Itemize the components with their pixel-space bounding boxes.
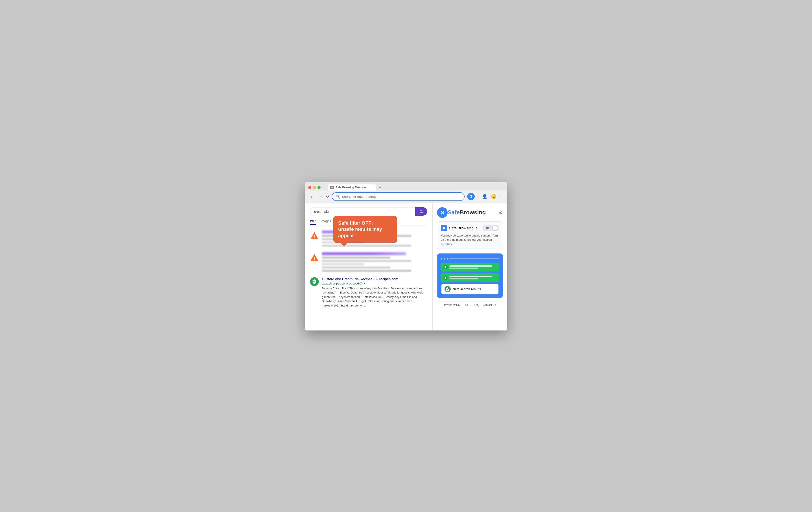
main-content: Web Images Video News More ▾ Anytime ▾ !: [305, 203, 507, 330]
search-panel: Web Images Video News More ▾ Anytime ▾ !: [305, 203, 432, 330]
footer-eula[interactable]: EULA: [463, 303, 470, 306]
user-icon[interactable]: 👤: [482, 194, 488, 199]
svg-text:!: !: [314, 256, 315, 261]
minimize-traffic-light[interactable]: [313, 186, 316, 189]
title-bar: ⊞ Safe Browsing Extension × +: [305, 182, 507, 190]
safe-browsing-toggle[interactable]: OFF: [483, 225, 499, 231]
sb-safe-results-shield-icon: [444, 286, 451, 292]
result-item-2: !: [310, 252, 427, 272]
result-link-3[interactable]: Custard and Cream Pie Recipes - Allrecip…: [322, 277, 398, 281]
search-input[interactable]: [310, 207, 415, 216]
sb-description: You may be exported to unsafe content. T…: [441, 234, 499, 246]
sb-toggle-label: Safe Browsing is: [441, 225, 477, 231]
sb-result-lines-1: [450, 265, 497, 269]
active-tab[interactable]: ⊞ Safe Browsing Extension ×: [328, 184, 376, 190]
sb-illustration: Safe search results: [437, 253, 503, 298]
toggle-label-text: Safe Browsing is: [449, 226, 477, 230]
sb-result-row-2: [441, 273, 499, 282]
settings-gear-icon[interactable]: ⚙: [498, 210, 503, 215]
svg-line-1: [422, 212, 423, 213]
sb-logo-text: SafeBrowsing: [447, 209, 486, 216]
profile-button[interactable]: S: [467, 193, 475, 200]
result-item-3: Custard and Cream Pie Recipes - Allrecip…: [310, 277, 427, 308]
toolbar-divider: [478, 194, 478, 199]
safe-browsing-panel: S SafeBrowsing ⚙ Safe: [432, 203, 507, 330]
blurred-title-2: [322, 252, 406, 255]
forward-button[interactable]: ›: [317, 194, 323, 199]
warning-icon-1: !: [310, 231, 319, 241]
svg-text:!: !: [314, 235, 315, 239]
sb-header: S SafeBrowsing ⚙: [437, 207, 503, 218]
tab-bar: ⊞ Safe Browsing Extension × +: [328, 184, 383, 190]
sb-result-row-1: [441, 263, 499, 272]
shield-icon: [441, 225, 447, 231]
smiley-icon[interactable]: 🙂: [491, 194, 496, 199]
sb-safe-results-card: Safe search results: [441, 284, 498, 294]
new-tab-button[interactable]: +: [377, 185, 383, 190]
warning-icon-2: !: [310, 253, 319, 263]
back-button[interactable]: ‹: [308, 194, 314, 199]
sb-logo-icon: S: [437, 207, 447, 218]
sb-toggle-row: Safe Browsing is OFF: [441, 225, 499, 231]
search-box-row: [310, 207, 427, 216]
sb-result-lines-2: [450, 276, 497, 279]
toggle-knob: [493, 226, 497, 230]
footer-private-policy[interactable]: Private Policy: [444, 303, 460, 306]
result-content-2: [322, 252, 427, 272]
tab-close-button[interactable]: ×: [372, 186, 374, 189]
footer-faq[interactable]: FAQ: [474, 303, 479, 306]
toolbar: ‹ › ↺ 🔍 S 👤 🙂 ···: [305, 190, 507, 203]
sb-footer: Private Policy EULA FAQ Contact Us: [437, 301, 503, 306]
address-input[interactable]: [342, 195, 461, 199]
blurred-lines-2: [322, 257, 427, 272]
result-snippet-3: Banana Cream Pie I "This is one of my ne…: [322, 286, 427, 308]
svg-point-0: [420, 210, 422, 213]
browser-window: ⊞ Safe Browsing Extension × + ‹ › ↺ 🔍 S …: [305, 182, 507, 330]
sb-toggle-card: Safe Browsing is OFF You may be exported…: [437, 221, 503, 250]
menu-button[interactable]: ···: [500, 194, 504, 199]
result-content-3: Custard and Cream Pie Recipes - Allrecip…: [322, 277, 427, 308]
tab-images[interactable]: Images: [321, 219, 331, 224]
tooltip-title: Safe filter OFF:: [338, 220, 373, 226]
toggle-state-text: OFF: [486, 227, 491, 230]
result-title-3: Custard and Cream Pie Recipes - Allrecip…: [322, 277, 427, 281]
tab-label: Safe Browsing Extension: [336, 186, 368, 189]
search-button[interactable]: [415, 207, 427, 216]
sb-shield-icon-1: [443, 265, 447, 269]
address-search-icon: 🔍: [336, 194, 340, 199]
safe-result-icon: [310, 277, 319, 286]
maximize-traffic-light[interactable]: [318, 186, 321, 189]
address-bar: 🔍: [332, 192, 465, 201]
sb-logo-safe: Safe: [447, 209, 460, 216]
result-url-3: www.allrecipes.com/recipes/807 ▾: [322, 282, 427, 285]
reload-button[interactable]: ↺: [326, 194, 329, 199]
footer-contact[interactable]: Contact Us: [483, 303, 496, 306]
sb-logo: S SafeBrowsing: [437, 207, 486, 218]
traffic-lights: [308, 186, 321, 189]
safe-filter-tooltip: Safe filter OFF: unsafe results may appe…: [334, 216, 397, 243]
browser-actions: S 👤 🙂 ···: [467, 193, 504, 200]
sb-logo-browsing: Browsing: [460, 209, 486, 216]
tab-favicon: ⊞: [330, 186, 334, 189]
sb-shield-icon-2: [443, 275, 447, 280]
tooltip-body: unsafe results may appear: [338, 227, 382, 238]
close-traffic-light[interactable]: [308, 186, 311, 189]
tab-web[interactable]: Web: [310, 219, 316, 224]
sb-safe-results-label: Safe search results: [453, 288, 481, 291]
